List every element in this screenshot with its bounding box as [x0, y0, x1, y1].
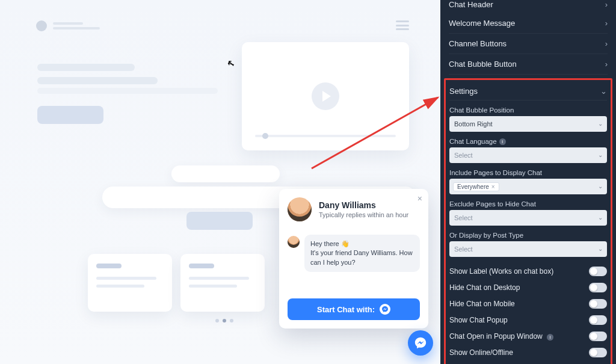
settings-section-highlighted: Settings ⌄ Chat Bubble Position Bottom R… [444, 78, 612, 364]
accordion-channel-buttons[interactable]: Channel Buttons › [449, 34, 608, 54]
select-include-pages[interactable]: Everywhere × ⌄ [449, 179, 607, 194]
settings-panel: Chat Header › Welcome Message › Channel … [440, 0, 616, 364]
field-exclude-pages: Exclude Pages to Hide Chat Select ⌄ [449, 200, 607, 226]
close-icon[interactable]: × [417, 194, 422, 203]
skeleton-bar [37, 88, 218, 94]
skeleton-bar [37, 77, 158, 84]
mouse-cursor-icon: ↖ [227, 58, 235, 69]
toggle-open-popup-window: Chat Open in Popup Window i [449, 329, 607, 344]
agent-avatar-small [288, 236, 300, 248]
toggle-label: Show Online/Offline [449, 348, 513, 357]
skeleton-line [53, 22, 83, 25]
chevron-right-icon: › [605, 19, 608, 28]
logo-avatar [36, 20, 47, 31]
chat-body: Hey there 👋 It's your friend Dany Willia… [279, 229, 428, 292]
settings-title: Settings [449, 87, 478, 96]
play-icon[interactable] [312, 82, 339, 110]
select-chat-language[interactable]: Select ⌄ [449, 147, 607, 163]
agent-name: Dany Williams [319, 200, 408, 210]
info-icon[interactable]: i [547, 334, 553, 341]
chip-remove-icon[interactable]: × [491, 184, 495, 190]
video-progress[interactable] [255, 135, 396, 137]
field-label: Chat Bubble Position [449, 106, 607, 114]
reply-sla: Typically replies within an hour [319, 211, 408, 218]
toggle-show-label: Show Label (Works on chat box) [449, 264, 607, 279]
video-card [242, 42, 409, 150]
select-placeholder: Select [454, 152, 473, 159]
agent-avatar [288, 197, 312, 221]
toggle-label: Hide Chat on Mobile [449, 300, 515, 308]
toggle-switch[interactable] [589, 283, 607, 292]
chevron-down-icon: ⌄ [598, 245, 603, 252]
messenger-icon [380, 304, 390, 315]
select-chat-bubble-position[interactable]: Bottom Right ⌄ [449, 116, 607, 132]
skeleton-card [88, 254, 172, 312]
field-label: Or Display by Post Type [449, 232, 607, 239]
start-chat-button[interactable]: Start Chat with: [288, 298, 420, 320]
select-exclude-pages[interactable]: Select ⌄ [449, 210, 607, 226]
skeleton-button [186, 212, 253, 230]
skeleton-card [180, 254, 265, 312]
skeleton-bar [37, 64, 135, 71]
chat-popup: Dany Williams Typically replies within a… [279, 189, 428, 329]
chevron-down-icon: ⌄ [600, 87, 607, 96]
video-progress-knob[interactable] [262, 133, 268, 139]
toggle-hide-mobile: Hide Chat on Mobile [449, 297, 607, 311]
accordion-label: Chat Header [449, 0, 493, 9]
carousel-dots[interactable] [215, 319, 233, 322]
toggle-group: Show Label (Works on chat box) Hide Chat… [449, 264, 607, 360]
toggle-switch[interactable] [589, 299, 607, 309]
chevron-right-icon: › [605, 0, 608, 9]
chevron-right-icon: › [605, 60, 608, 69]
toggle-hide-desktop: Hide Chat on Desktop [449, 280, 607, 295]
toggle-label: Show Chat Popup [449, 316, 508, 324]
toggle-label: Show Label (Works on chat box) [449, 267, 553, 276]
toggle-switch[interactable] [589, 332, 607, 341]
toggle-switch[interactable] [589, 348, 607, 357]
accordion-label: Chat Bubble Button [449, 60, 517, 69]
hamburger-icon[interactable] [396, 20, 409, 30]
website-preview: Dany Williams Typically replies within a… [0, 0, 440, 364]
chevron-right-icon: › [605, 39, 608, 48]
toggle-online-offline: Show Online/Offline [449, 345, 607, 360]
accordion-settings[interactable]: Settings ⌄ [449, 82, 607, 100]
field-label: Chat Language [449, 138, 497, 145]
select-post-type[interactable]: Select ⌄ [449, 241, 607, 257]
chevron-down-icon: ⌄ [598, 183, 603, 190]
chat-bubble-button[interactable] [408, 330, 433, 356]
select-placeholder: Select [454, 214, 473, 221]
field-include-pages: Include Pages to Display Chat Everywhere… [449, 169, 607, 194]
chat-message-line2: It's your friend Dany Williams. How can … [310, 249, 413, 265]
chip-label: Everywhere [457, 184, 489, 190]
toggle-show-popup: Show Chat Popup [449, 313, 607, 327]
accordion-chat-bubble-button[interactable]: Chat Bubble Button › [449, 54, 608, 75]
chat-header: Dany Williams Typically replies within a… [279, 189, 428, 229]
accordion-label: Welcome Message [449, 19, 515, 28]
start-chat-label: Start Chat with: [317, 305, 375, 314]
chevron-down-icon: ⌄ [598, 120, 603, 127]
field-label: Include Pages to Display Chat [449, 169, 607, 176]
skeleton-line [53, 27, 100, 29]
toggle-switch[interactable] [589, 267, 607, 276]
chevron-down-icon: ⌄ [598, 214, 603, 221]
toggle-label: Chat Open in Popup Window [449, 332, 543, 341]
field-post-type: Or Display by Post Type Select ⌄ [449, 232, 607, 257]
toggle-switch[interactable] [589, 315, 607, 325]
field-chat-language: Chat Language i Select ⌄ [449, 138, 607, 163]
select-value: Bottom Right [454, 120, 493, 128]
select-placeholder: Select [454, 245, 473, 253]
toggle-label: Hide Chat on Desktop [449, 283, 520, 292]
chat-message-line1: Hey there 👋 [310, 240, 350, 247]
chip-everywhere[interactable]: Everywhere × [453, 182, 499, 191]
skeleton-button [37, 106, 103, 124]
info-icon[interactable]: i [499, 138, 506, 145]
accordion-chat-header[interactable]: Chat Header › [449, 0, 608, 13]
preview-logo [36, 20, 404, 31]
skeleton-pill [171, 165, 280, 182]
chat-message: Hey there 👋 It's your friend Dany Willia… [304, 235, 420, 272]
chevron-down-icon: ⌄ [598, 152, 603, 158]
field-chat-bubble-position: Chat Bubble Position Bottom Right ⌄ [449, 106, 607, 132]
accordion-welcome-message[interactable]: Welcome Message › [449, 13, 608, 34]
field-label: Exclude Pages to Hide Chat [449, 200, 607, 208]
accordion-label: Channel Buttons [449, 39, 507, 48]
